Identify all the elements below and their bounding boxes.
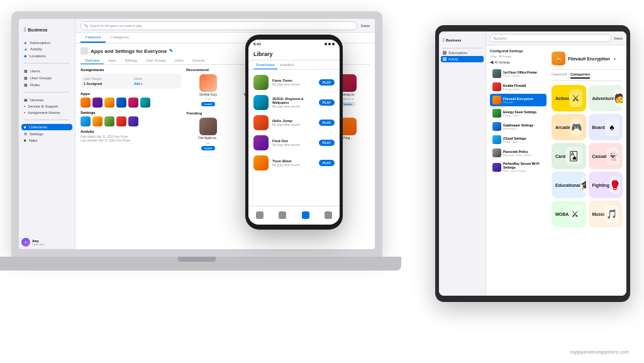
settings-item-firewall[interactable]: Enable Firewall Energy - base... xyxy=(490,81,547,93)
sidebar-item-collections[interactable]: ■ Collections xyxy=(21,124,72,130)
nav-tab-devices[interactable]: Devices xyxy=(188,57,209,64)
nav-tab-users[interactable]: Users xyxy=(170,57,188,64)
phone-nav-library[interactable] xyxy=(302,211,309,219)
cat-tile-fighting[interactable]: Fighting 🥊 xyxy=(589,172,623,198)
apps-section-title: Apps xyxy=(80,92,181,96)
app-btn-stumble[interactable]: Install xyxy=(201,102,215,106)
tablet-sub-icon xyxy=(443,51,447,55)
settings-item-energy[interactable]: Energy Saver Settings Energy - base... xyxy=(490,107,547,120)
settings-text-printer: 1st Floor Office Printer Printer - devic… xyxy=(503,70,544,77)
laptop-search-box[interactable]: 🔍 Search for the game you want to play xyxy=(80,21,357,30)
filevault-edit-icon[interactable]: ▾ xyxy=(614,57,616,61)
sidebar-item-devices[interactable]: ▣ Devices xyxy=(19,96,75,103)
cat-tab-featured[interactable]: Featured xyxy=(552,72,567,79)
sidebar-item-apps[interactable]: ■ Apps xyxy=(19,137,75,143)
cat-tile-arcade[interactable]: Arcade 🎮 xyxy=(552,114,586,140)
settings-item-vpn[interactable]: PerfectBay Secure Wi-Fi Settings Wi-Fi -… xyxy=(490,160,547,174)
setting-icon-2 xyxy=(92,116,103,126)
sidebar-item-locations[interactable]: ◆ Locations xyxy=(19,52,75,59)
tablet-device:  Business Subscriptions Activity xyxy=(435,25,630,302)
sidebar-item-settings[interactable]: ⚙ Settings xyxy=(19,130,75,137)
cat-tile-action[interactable]: Action ⚔ xyxy=(552,85,586,111)
cat-label-fighting: Fighting xyxy=(592,183,610,187)
phone-icon-zedge xyxy=(253,95,269,110)
settings-icon-firewall xyxy=(492,82,501,91)
tablet-sidebar-activity[interactable]: Activity xyxy=(441,56,484,62)
nav-tab-settings[interactable]: Settings xyxy=(120,57,142,64)
phone-play-findout[interactable]: PLAY xyxy=(319,140,335,146)
setting-sub-gatekeeper: Gatekeeper... xyxy=(503,127,544,130)
tablet-toolbar-select[interactable]: Select xyxy=(614,36,623,40)
app-btn-five-nights[interactable]: Install xyxy=(201,146,215,150)
laptop-sidebar-section-collections: ■ Collections ⚙ Settings ■ Apps xyxy=(19,123,75,145)
setting-sub-firewall: Energy - base... xyxy=(503,87,544,91)
tablet-search[interactable]: 🔍 Search xyxy=(490,34,611,42)
assign-users-value[interactable]: Add + xyxy=(134,82,178,86)
nav-tab-apps[interactable]: Apps xyxy=(104,57,121,64)
phone-app-toon: Toon Blast No play time record PLAY xyxy=(248,153,340,173)
settings-section-title: Settings xyxy=(80,111,181,114)
app-icon-five-nights xyxy=(199,118,217,135)
cat-img-educational: 🎓 xyxy=(580,176,586,194)
phone-icon-helix xyxy=(253,115,269,130)
cat-tile-educational[interactable]: Educational 🎓 xyxy=(552,172,586,198)
settings-icon-filevault xyxy=(492,96,501,104)
nav-tab-overview[interactable]: Overview xyxy=(80,57,104,64)
settings-text-filevault: Filevault Encryption Filevault - ... xyxy=(503,97,544,104)
cat-tile-adventure[interactable]: Adventure 🧑 xyxy=(589,85,623,111)
phone-tab-downloads[interactable]: Downloads xyxy=(253,63,277,69)
settings-icon-energy xyxy=(492,109,501,118)
tab-featured[interactable]: Featured xyxy=(80,33,106,43)
cat-img-adventure: 🧑 xyxy=(614,89,623,107)
phone-sub-findout: No play time record xyxy=(272,143,315,147)
cat-tile-board[interactable]: Board ♠ xyxy=(589,114,623,140)
all-settings-item[interactable]: ◀ All Settings xyxy=(490,60,547,65)
delete-button[interactable]: Delete xyxy=(361,24,370,28)
tablet-sidebar-divider xyxy=(441,48,483,48)
cat-tile-music[interactable]: Music 🎵 xyxy=(589,201,623,227)
settings-text-gatekeeper: Gatekeeper Settings Gatekeeper... xyxy=(503,123,544,130)
tablet-sidebar:  Business Subscriptions Activity xyxy=(439,31,486,296)
phone-tab-installed[interactable]: Installed xyxy=(277,63,296,69)
phone-device: 9:41 Library Downloads Installed xyxy=(245,35,343,230)
setting-icon-1 xyxy=(80,116,91,126)
sidebar-item-assignment[interactable]: ▪ Assignment History xyxy=(19,109,75,116)
cat-tab-categories[interactable]: Categories xyxy=(570,72,590,79)
cat-tile-moba[interactable]: MOBA ⚔ xyxy=(552,201,586,227)
settings-item-gatekeeper[interactable]: Gatekeeper Settings Gatekeeper... xyxy=(490,120,547,133)
settings-item-printer[interactable]: 1st Floor Office Printer Printer - devic… xyxy=(490,67,547,80)
cat-tile-card[interactable]: Card 🂡 xyxy=(552,143,586,169)
nav-tab-usergroups[interactable]: User Groups xyxy=(142,57,170,64)
tab-categories[interactable]: Categories xyxy=(106,33,134,43)
sidebar-item-support[interactable]: ▪ Service & Support xyxy=(19,103,75,109)
tablet-sidebar-subscriptions[interactable]: Subscriptions xyxy=(439,50,486,56)
user-info: Amy Perfectling xyxy=(32,239,44,246)
phone-nav-account[interactable] xyxy=(325,211,332,219)
sidebar-item-users[interactable]: ▩ Users xyxy=(19,67,75,74)
app-name-five-nights: Five Nights at... xyxy=(198,137,218,140)
app-icon-2 xyxy=(92,98,103,108)
phone-nav-search[interactable] xyxy=(279,211,286,219)
app-icon-3 xyxy=(104,98,114,108)
sidebar-item-activity[interactable]: ▲ Activity xyxy=(19,46,75,52)
cat-tile-casual[interactable]: Casual 👻 xyxy=(589,143,623,169)
cat-label-action: Action xyxy=(555,96,569,101)
activity-row2: Last Updated: Mar 31, 2022 Amy Prose xyxy=(80,139,181,142)
settings-item-passcode[interactable]: Passcode Policy Passcode - base, require… xyxy=(490,147,547,159)
phone-play-farm[interactable]: PLAY xyxy=(319,79,335,86)
settings-item-filevault[interactable]: Filevault Encryption Filevault - ... xyxy=(490,94,547,106)
phone-play-zedge[interactable]: PLAY xyxy=(319,99,335,106)
settings-item-icloud[interactable]: iCloud Settings iCloud - base... xyxy=(490,133,547,146)
phone-play-helix[interactable]: PLAY xyxy=(319,120,335,126)
phone-nav-games[interactable] xyxy=(256,211,264,219)
app-icon-5 xyxy=(128,98,138,108)
setting-icon-3 xyxy=(104,116,114,126)
sidebar-item-subscription[interactable]: ◈ Subscription xyxy=(19,39,75,46)
cat-img-fighting: 🥊 xyxy=(609,176,620,194)
app-rating-among-us: 0.00-02.15 xyxy=(341,98,353,101)
assign-row: User Groups 1 Assigned Users Add + xyxy=(84,77,178,86)
app-name-pubg: Pubg... xyxy=(343,137,352,140)
phone-play-toon[interactable]: PLAY xyxy=(319,160,335,166)
sidebar-item-roles[interactable]: ▩ Roles xyxy=(19,81,75,88)
sidebar-item-usergroups[interactable]: ▩ User Groups xyxy=(19,74,75,81)
